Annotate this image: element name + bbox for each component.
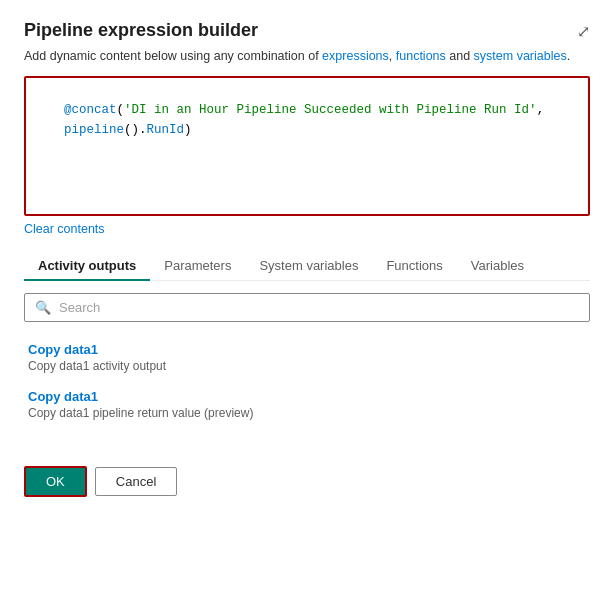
subtitle-end: . <box>567 49 570 63</box>
dialog-subtitle: Add dynamic content below using any comb… <box>24 47 590 66</box>
tabs-bar: Activity outputs Parameters System varia… <box>24 250 590 281</box>
cancel-button[interactable]: Cancel <box>95 467 177 496</box>
activity-description: Copy data1 pipeline return value (previe… <box>28 406 586 420</box>
tab-system-variables[interactable]: System variables <box>245 250 372 281</box>
list-item[interactable]: Copy data1 Copy data1 activity output <box>24 334 590 381</box>
subtitle-text-1: Add dynamic content below using any comb… <box>24 49 322 63</box>
clear-contents-button[interactable]: Clear contents <box>24 222 105 236</box>
tab-activity-outputs[interactable]: Activity outputs <box>24 250 150 281</box>
search-box: 🔍 <box>24 293 590 322</box>
tabs-section: Activity outputs Parameters System varia… <box>24 250 590 432</box>
subtitle-sep-2: and <box>446 49 474 63</box>
tab-variables[interactable]: Variables <box>457 250 538 281</box>
subtitle-link-expressions[interactable]: expressions <box>322 49 389 63</box>
dialog-header: Pipeline expression builder ⤢ <box>24 20 590 41</box>
dialog-title: Pipeline expression builder <box>24 20 258 41</box>
pipeline-expression-builder-dialog: Pipeline expression builder ⤢ Add dynami… <box>0 0 614 593</box>
dialog-footer: OK Cancel <box>24 456 590 497</box>
activity-description: Copy data1 activity output <box>28 359 586 373</box>
expression-editor[interactable]: @concat('DI in an Hour Pipeline Succeede… <box>24 76 590 216</box>
subtitle-link-system-variables[interactable]: system variables <box>474 49 567 63</box>
list-item[interactable]: Copy data1 Copy data1 pipeline return va… <box>24 381 590 428</box>
tab-parameters[interactable]: Parameters <box>150 250 245 281</box>
search-icon: 🔍 <box>35 300 51 315</box>
subtitle-link-functions[interactable]: functions <box>396 49 446 63</box>
activity-list: Copy data1 Copy data1 activity output Co… <box>24 330 590 432</box>
subtitle-sep-1: , <box>389 49 396 63</box>
activity-name: Copy data1 <box>28 342 586 357</box>
tab-functions[interactable]: Functions <box>372 250 456 281</box>
search-input[interactable] <box>59 300 579 315</box>
expand-icon[interactable]: ⤢ <box>577 22 590 41</box>
activity-name: Copy data1 <box>28 389 586 404</box>
ok-button[interactable]: OK <box>24 466 87 497</box>
